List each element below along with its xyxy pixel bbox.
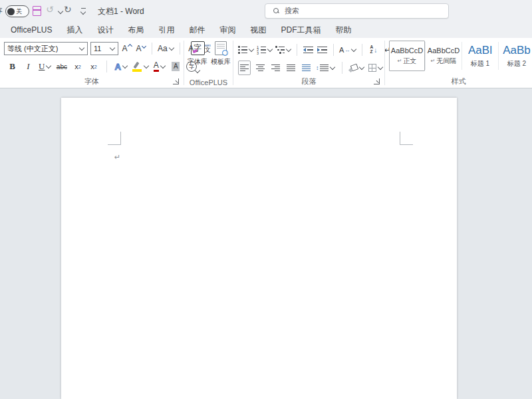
bold-button[interactable]: B [7,60,18,73]
document-area: ↵ [0,88,532,399]
style-no-spacing[interactable]: AaBbCcD ↵无间隔 [426,41,462,71]
chevron-down-icon [267,47,273,52]
align-center-button[interactable] [255,61,266,74]
subscript-button[interactable]: x2 [72,60,83,73]
font-size-combobox[interactable]: 11 [90,42,118,55]
search-input[interactable]: 搜索 [265,3,449,19]
autosave-clipped-text: 存 [0,6,3,16]
strikethrough-button[interactable]: abc [56,60,67,73]
template-library-label: 模板库 [211,57,231,66]
font-color-button[interactable]: A [154,60,166,73]
change-case-button[interactable]: Aa [158,42,174,55]
asian-layout-button[interactable]: A↔ [339,43,356,57]
paragraph-dialog-launcher-icon[interactable] [374,78,380,84]
grow-font-button[interactable]: A [121,42,132,55]
chevron-down-icon [195,68,200,73]
multilevel-list-button[interactable] [275,43,291,57]
document-page[interactable]: ↵ [61,98,457,399]
line-spacing-button[interactable]: ↕ [316,61,335,74]
strikethrough-glyph: abc [57,63,67,70]
align-right-button[interactable] [270,61,281,74]
borders-button[interactable] [368,61,383,74]
increase-indent-button[interactable] [317,43,328,57]
chevron-down-icon [144,63,149,68]
shrink-font-button[interactable]: A [135,42,146,55]
superscript-button[interactable]: x2 [88,60,99,73]
tab-review[interactable]: 审阅 [212,22,243,38]
align-center-icon [256,65,265,72]
italic-button[interactable]: I [23,60,34,73]
officeplus-group: 字 字体库 模板库 OfficePLUS [184,38,233,88]
tab-mailings[interactable]: 邮件 [182,22,212,38]
tab-officeplus[interactable]: OfficePLUS [3,22,59,38]
separator [297,44,297,56]
tab-help[interactable]: 帮助 [328,22,358,38]
ribbon: 等线 (中文正文) 11 A A Aa [0,38,532,88]
chevron-down-icon [286,47,291,52]
separator [180,43,180,55]
autosave-knob-icon [7,8,15,15]
chevron-down-icon [80,9,86,15]
font-library-button[interactable]: 字 字体库 [186,41,209,72]
styles-gallery: AaBbCcD ↵正文 AaBbCcD ↵无间隔 AaBl 标题 1 AaBb … [389,41,532,71]
separator [106,61,107,72]
text-effects-button[interactable]: A [114,60,127,73]
subscript-digit: 2 [78,65,81,69]
tab-insert[interactable]: 插入 [59,22,90,38]
font-dialog-launcher-icon[interactable] [173,78,179,84]
redo-icon[interactable]: ↻ [64,4,72,15]
pilcrow-icon: ↵ [431,58,436,64]
font-group-label: 字体 [0,76,184,86]
chevron-down-icon [122,63,128,68]
font-name-value: 等线 (中文正文) [7,44,58,54]
align-left-button[interactable] [238,61,251,75]
style-normal[interactable]: AaBbCcD ↵正文 [389,41,425,71]
underline-glyph: U [39,61,45,72]
paragraph-mark: ↵ [114,153,120,162]
highlighter-icon [132,62,142,72]
asian-layout-icon: A↔ [339,46,350,54]
font-name-combobox[interactable]: 等线 (中文正文) [4,42,88,55]
superscript-digit: 2 [94,65,97,69]
shading-button[interactable] [349,61,364,74]
tab-layout[interactable]: 布局 [120,22,151,38]
tab-pdf-toolbox[interactable]: PDF工具箱 [273,22,328,38]
paragraph-group-label: 段落 [233,76,384,86]
decrease-indent-button[interactable] [303,43,314,57]
tab-references[interactable]: 引用 [151,22,182,38]
distribute-button[interactable] [301,61,312,74]
save-icon[interactable] [33,6,41,16]
sort-button[interactable]: AZ ↓ [368,43,379,57]
undo-dropdown-icon[interactable] [58,9,63,14]
chevron-down-icon [377,65,382,70]
template-library-button[interactable]: 模板库 [209,41,232,66]
undo-icon[interactable]: ↺ [46,4,54,15]
font-library-label: 字体库 [188,57,207,66]
chevron-down-icon [160,63,166,68]
chevron-down-icon [141,43,146,48]
chevron-down-icon [168,45,174,51]
ribbon-tab-row: OfficePLUS 插入 设计 布局 引用 邮件 审阅 视图 PDF工具箱 帮… [0,22,532,38]
underline-button[interactable]: U [39,60,51,73]
chevron-down-icon [358,65,364,70]
multilevel-list-icon [275,47,285,54]
text-highlight-button[interactable] [132,60,149,73]
character-shading-glyph: A [172,62,180,71]
style-heading-1[interactable]: AaBl 标题 1 [462,41,498,71]
autosave-toggle[interactable]: 关 [5,5,29,17]
separator [333,44,334,56]
character-shading-button[interactable]: A [170,60,182,73]
customize-quick-access-icon[interactable] [80,8,86,14]
tab-design[interactable]: 设计 [90,22,120,38]
text-effects-glyph: A [114,62,120,72]
tab-view[interactable]: 视图 [243,22,273,38]
paragraph-group: 1 2 3 [233,38,384,88]
search-placeholder: 搜索 [285,6,299,16]
officeplus-group-label: OfficePLUS [184,78,233,86]
bullets-button[interactable] [238,43,254,57]
justify-button[interactable] [285,61,297,74]
style-heading-2[interactable]: AaBb 标题 2 [499,41,532,71]
style-label: 标题 1 [471,59,489,68]
increase-indent-icon [317,47,327,54]
numbering-button[interactable]: 1 2 3 [257,43,273,57]
